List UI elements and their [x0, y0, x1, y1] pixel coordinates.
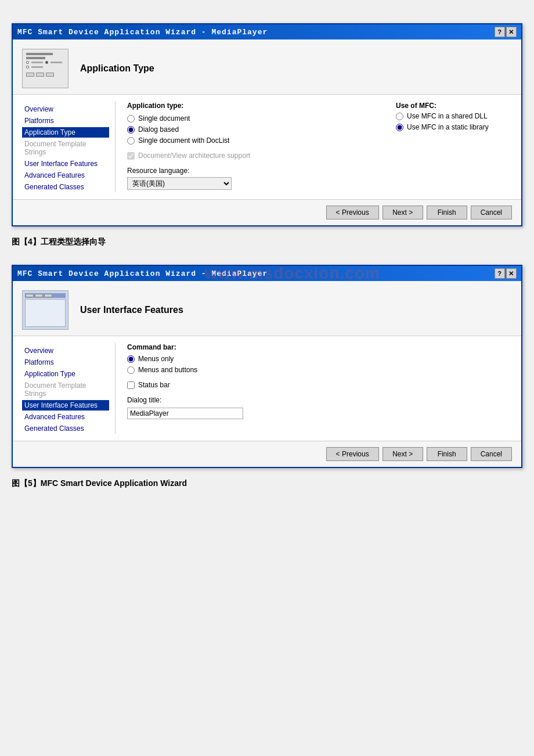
dialog1-thumbnail [22, 49, 68, 88]
dialog-title-input[interactable] [127, 408, 243, 419]
radio-mfc-shared-input[interactable] [396, 113, 403, 120]
dialog1-cancel-button[interactable]: Cancel [471, 206, 512, 219]
nav2-platforms[interactable]: Platforms [22, 357, 109, 368]
dialog1-col-right: Use of MFC: Use MFC in a shared DLL Use … [396, 102, 512, 190]
statusbar-checkbox[interactable] [127, 381, 135, 389]
dialog1-sidebar: Overview Platforms Application Type Docu… [22, 102, 115, 192]
dialog2-window: MFC Smart Device Application Wizard - Me… [12, 265, 522, 468]
dialog1-content: Overview Platforms Application Type Docu… [13, 95, 521, 199]
nav1-platforms[interactable]: Platforms [22, 116, 109, 126]
radio-single-doc-label[interactable]: Single document [138, 114, 190, 123]
thumb2-tab-1 [26, 294, 34, 297]
nav2-classes[interactable]: Generated Classes [22, 423, 109, 434]
help-button-1[interactable]: ? [495, 27, 505, 37]
app-type-label: Application type: [127, 102, 384, 110]
mfc-label: Use of MFC: [396, 102, 512, 110]
dialog1-next-button[interactable]: Next > [383, 206, 423, 219]
thumb-line-1 [26, 53, 53, 55]
dialog-title-label: Dialog title: [127, 396, 512, 404]
mfc-radio-group: Use MFC in a shared DLL Use MFC in a sta… [396, 112, 512, 131]
dialog1-finish-button[interactable]: Finish [427, 206, 467, 219]
nav1-classes[interactable]: Generated Classes [22, 182, 109, 192]
dialog2-titlebar-wrapper: MFC Smart Device Application Wizard - Me… [13, 266, 521, 281]
dialog2-next-button[interactable]: Next > [383, 447, 423, 461]
thumb-btn-1 [26, 73, 34, 77]
app-type-radio-group: Single document Dialog based Single docu… [127, 114, 384, 145]
dialog1-col-left: Application type: Single document Dialog… [127, 102, 384, 190]
statusbar-label[interactable]: Status bar [138, 381, 170, 389]
nav1-advanced[interactable]: Advanced Features [22, 170, 109, 181]
radio-mfc-shared-label[interactable]: Use MFC in a shared DLL [407, 112, 488, 120]
nav1-overview[interactable]: Overview [22, 104, 109, 114]
dialog1-main: Application type: Single document Dialog… [115, 102, 512, 192]
caption2: 图【5】MFC Smart Device Application Wizard [12, 478, 522, 489]
nav2-overview[interactable]: Overview [22, 345, 109, 356]
resource-label: Resource language: [127, 167, 384, 175]
thumb-btn-3 [46, 73, 54, 77]
dialog1-title: MFC Smart Device Application Wizard - Me… [17, 28, 268, 37]
thumb2-body [25, 299, 66, 327]
dialog-title-group: Dialog title: [127, 396, 512, 419]
cmd-bar-label: Command bar: [127, 343, 512, 351]
nav2-advanced[interactable]: Advanced Features [22, 412, 109, 422]
thumb-radio-3 [26, 66, 29, 69]
radio-single-doc-input[interactable] [127, 115, 135, 123]
close-button-2[interactable]: ✕ [506, 268, 517, 279]
radio-dialog-based-label[interactable]: Dialog based [138, 125, 179, 134]
nav2-uifeatures[interactable]: User Interface Features [22, 400, 109, 411]
radio-menus-only-input[interactable] [127, 355, 135, 363]
radio-mfc-static: Use MFC in a static library [396, 123, 512, 131]
titlebar2-controls: ? ✕ [495, 268, 517, 279]
radio-menus-only-label[interactable]: Menus only [138, 355, 174, 363]
nav1-uifeatures[interactable]: User Interface Features [22, 159, 109, 169]
radio-single-doclist-input[interactable] [127, 137, 135, 145]
docview-label: Document/View architecture support [138, 152, 250, 160]
radio-dialog-based-input[interactable] [127, 126, 135, 134]
dialog2-body: User Interface Features Overview Platfor… [13, 281, 521, 467]
thumb-btn-2 [36, 73, 44, 77]
radio-single-doclist-label[interactable]: Single document with DocList [138, 136, 229, 145]
nav1-apptype[interactable]: Application Type [22, 127, 109, 138]
resource-select[interactable]: 英语(美国) [127, 177, 232, 190]
close-button-1[interactable]: ✕ [506, 27, 517, 37]
dialog1-two-col: Application type: Single document Dialog… [127, 102, 512, 190]
titlebar1-controls: ? ✕ [495, 27, 517, 37]
help-button-2[interactable]: ? [495, 268, 505, 279]
radio-single-doc: Single document [127, 114, 384, 123]
dialog1-previous-button[interactable]: < Previous [326, 206, 379, 219]
thumb-line-2 [26, 57, 45, 59]
dialog2-content: Overview Platforms Application Type Docu… [13, 336, 521, 441]
nav2-doctemplate: Document Template Strings [22, 380, 109, 399]
nav1-doctemplate: Document Template Strings [22, 139, 109, 157]
thumb2-header [25, 293, 66, 298]
nav2-apptype[interactable]: Application Type [22, 369, 109, 379]
thumb-radio-row-1 [26, 61, 64, 64]
docview-row: Document/View architecture support [127, 152, 384, 160]
radio-mfc-shared: Use MFC in a shared DLL [396, 112, 512, 120]
dialog2-sidebar: Overview Platforms Application Type Docu… [22, 343, 115, 434]
thumb-radio-label-3 [31, 66, 43, 68]
dialog1-section-title: Application Type [80, 63, 154, 74]
radio-mfc-static-input[interactable] [396, 124, 403, 131]
radio-menus-btns-input[interactable] [127, 366, 135, 374]
caption1: 图【4】工程类型选择向导 [12, 237, 522, 247]
thumb2-tab-3 [44, 294, 52, 297]
dialog2-finish-button[interactable]: Finish [427, 447, 467, 461]
dialog2-footer: < Previous Next > Finish Cancel [13, 441, 521, 467]
dialog1-footer: < Previous Next > Finish Cancel [13, 199, 521, 225]
radio-menus-btns-label[interactable]: Menus and buttons [138, 366, 197, 374]
dialog1-body: Application Type Overview Platforms Appl… [13, 39, 521, 225]
thumb-radio-label-2 [50, 62, 62, 63]
thumb-radio-row-2 [26, 66, 64, 69]
radio-mfc-static-label[interactable]: Use MFC in a static library [407, 123, 489, 131]
dialog2-header: User Interface Features [13, 281, 521, 336]
dialog1-titlebar: MFC Smart Device Application Wizard - Me… [13, 24, 521, 39]
radio-menus-only: Menus only [127, 355, 512, 363]
dialog1-header: Application Type [13, 39, 521, 95]
statusbar-row: Status bar [127, 381, 512, 389]
radio-menus-btns: Menus and buttons [127, 366, 512, 374]
dialog2-cancel-button[interactable]: Cancel [471, 447, 512, 461]
thumb-radio-1 [26, 61, 29, 64]
dialog2-previous-button[interactable]: < Previous [326, 447, 379, 461]
thumb-radio-label-1 [31, 62, 43, 63]
